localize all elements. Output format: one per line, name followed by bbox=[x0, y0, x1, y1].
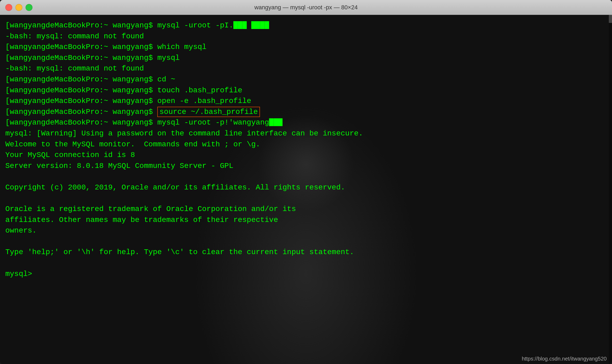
empty-line bbox=[5, 236, 607, 247]
close-button[interactable] bbox=[5, 4, 12, 11]
terminal-line: Type 'help;' or '\h' for help. Type '\c'… bbox=[5, 247, 607, 258]
scrollbar[interactable] bbox=[609, 15, 612, 364]
terminal-line: [wangyangdeMacBookPro:~ wangyang$ which … bbox=[5, 42, 607, 53]
terminal-line: [wangyangdeMacBookPro:~ wangyang$ mysql … bbox=[5, 20, 607, 31]
terminal-line: -bash: mysql: command not found bbox=[5, 63, 607, 74]
terminal-line: [wangyangdeMacBookPro:~ wangyang$ touch … bbox=[5, 85, 607, 96]
terminal-line: owners. bbox=[5, 225, 607, 236]
empty-line bbox=[5, 171, 607, 182]
terminal-line: affiliates. Other names may be trademark… bbox=[5, 215, 607, 226]
terminal-window: wangyang — -bash — 80×24 wangyang — mysq… bbox=[0, 0, 612, 364]
terminal-line: [wangyangdeMacBookPro:~ wangyang$ mysql … bbox=[5, 117, 607, 128]
terminal-line-copyright: Copyright (c) 2000, 2019, Oracle and/or … bbox=[5, 182, 607, 193]
scrollbar-thumb[interactable] bbox=[609, 15, 612, 23]
terminal-line: [wangyangdeMacBookPro:~ wangyang$ cd ~ bbox=[5, 74, 607, 85]
url-bar: https://blog.csdn.net/itwangyang520 bbox=[522, 356, 607, 362]
terminal-line: Oracle is a registered trademark of Orac… bbox=[5, 204, 607, 215]
terminal-content[interactable]: [wangyangdeMacBookPro:~ wangyang$ mysql … bbox=[0, 15, 612, 364]
terminal-line-highlighted: [wangyangdeMacBookPro:~ wangyang$ source… bbox=[5, 107, 607, 118]
terminal-line: -bash: mysql: command not found bbox=[5, 31, 607, 42]
highlighted-command: source ~/.bash_profile bbox=[157, 107, 260, 117]
terminal-line: Your MySQL connection id is 8 bbox=[5, 150, 607, 161]
empty-line bbox=[5, 193, 607, 204]
terminal-line: [wangyangdeMacBookPro:~ wangyang$ open -… bbox=[5, 96, 607, 107]
maximize-button[interactable] bbox=[26, 4, 32, 11]
terminal-prompt: mysql> bbox=[5, 269, 607, 280]
titlebar: wangyang — mysql -uroot -px — 80×24 bbox=[0, 0, 612, 15]
terminal-line: Welcome to the MySQL monitor. Commands e… bbox=[5, 139, 607, 150]
terminal-line: mysql: [Warning] Using a password on the… bbox=[5, 128, 607, 139]
window-controls bbox=[5, 4, 32, 11]
window-title: wangyang — mysql -uroot -px — 80×24 bbox=[254, 4, 358, 11]
terminal-line: Server version: 8.0.18 MySQL Community S… bbox=[5, 161, 607, 172]
minimize-button[interactable] bbox=[15, 4, 22, 11]
terminal-line: [wangyangdeMacBookPro:~ wangyang$ mysql bbox=[5, 53, 607, 64]
empty-line bbox=[5, 258, 607, 269]
